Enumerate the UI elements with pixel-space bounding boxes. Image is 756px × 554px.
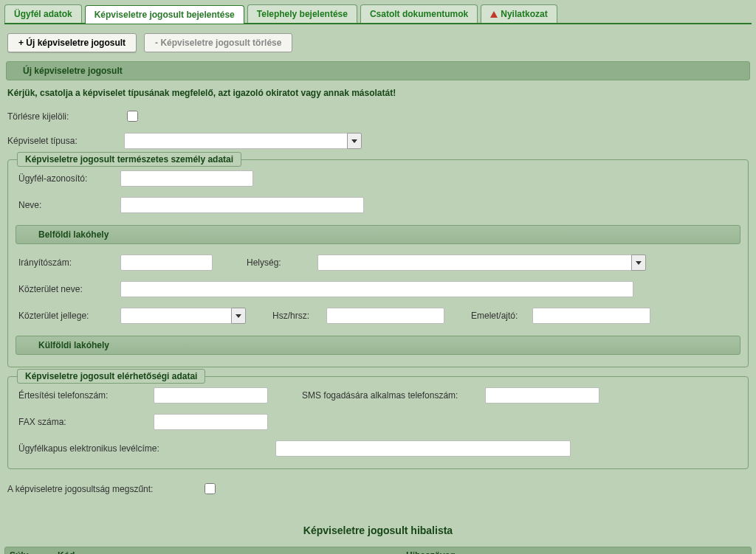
bar-kulfoldi-lakohely[interactable]: Külföldi lakóhely <box>16 336 740 355</box>
input-fax-szama[interactable] <box>154 414 268 430</box>
label-fax-szama: FAX száma: <box>18 417 148 427</box>
label-kepviselet-tipusa: Képviselet típusa: <box>7 136 118 146</box>
input-sms-telefonszam[interactable] <box>485 387 599 404</box>
input-ugyfelkapu-email[interactable] <box>275 440 571 457</box>
label-ertesitesi-telefonszam: Értesítési telefonszám: <box>18 390 148 401</box>
instruction-text: Kérjük, csatolja a képviselet típusának … <box>4 86 752 105</box>
tab-row: Ügyfél adatok Képviseletre jogosult beje… <box>4 1 752 24</box>
delete-representative-button[interactable]: - Képviseletre jogosult törlése <box>144 33 292 52</box>
label-kozterulet-jellege: Közterület jellege: <box>18 311 114 321</box>
section-header-uj-kepviseletre: Új képviseletre jogosult <box>6 61 750 80</box>
label-jogosultsag-megszunt: A képviseletre jogosultság megszűnt: <box>7 484 196 494</box>
chevron-down-icon[interactable] <box>231 308 246 324</box>
input-emelet-ajto[interactable] <box>532 308 650 324</box>
chevron-down-icon[interactable] <box>347 133 362 149</box>
input-hsz-hrsz[interactable] <box>326 308 444 324</box>
toolbar: + Új képviseletre jogosult - Képviseletr… <box>4 24 752 58</box>
col-header-kod[interactable]: Kód♦ <box>58 550 120 554</box>
tab-nyilatkozat-label: Nyilatkozat <box>501 9 547 19</box>
tab-nyilatkozat[interactable]: Nyilatkozat <box>481 4 557 23</box>
label-ugyfel-azonosito: Ügyfél-azonosító: <box>18 173 114 184</box>
tab-telephely[interactable]: Telephely bejelentése <box>247 4 357 23</box>
legend-szemely-adatai: Képviseletre jogosult természetes személ… <box>17 152 241 167</box>
checkbox-jogosultsag-megszunt[interactable] <box>205 483 216 494</box>
errorlist-header: Súly♦ Kód♦ Hibaszöveg♦ <box>4 547 752 554</box>
bar-belfoldi-lakohely[interactable]: Belföldi lakóhely <box>16 225 740 244</box>
fieldset-elerhetosegi-adatai: Képviseletre jogosult elérhetőségi adata… <box>7 376 749 469</box>
label-helyseg: Helység: <box>247 257 291 268</box>
input-ertesitesi-telefonszam[interactable] <box>154 387 268 404</box>
legend-elerhetosegi-adatai: Képviseletre jogosult elérhetőségi adata… <box>17 369 205 384</box>
label-sms-telefonszam: SMS fogadására alkalmas telefonszám: <box>302 390 479 401</box>
col-header-hibaszoveg[interactable]: Hibaszöveg♦ <box>120 550 746 554</box>
select-kepviselet-tipusa[interactable] <box>124 133 362 149</box>
tab-csatolt-dokumentumok[interactable]: Csatolt dokumentumok <box>360 4 478 23</box>
input-neve[interactable] <box>120 197 364 213</box>
add-representative-button[interactable]: + Új képviseletre jogosult <box>7 33 137 52</box>
label-neve: Neve: <box>18 200 114 210</box>
input-kozterulet-neve[interactable] <box>120 281 633 297</box>
checkbox-torlesre-kijeloli[interactable] <box>127 111 138 122</box>
tab-ugyfel-adatok[interactable]: Ügyfél adatok <box>4 4 82 23</box>
fieldset-szemely-adatai: Képviseletre jogosult természetes személ… <box>7 159 749 367</box>
errorlist-title: Képviseletre jogosult hibalista <box>4 502 752 547</box>
select-kozterulet-jellege[interactable] <box>120 308 246 324</box>
label-torlesre-kijeloli: Törlésre kijelöli: <box>7 111 118 122</box>
label-iranyitoszam: Irányítószám: <box>18 257 114 268</box>
label-emelet-ajto: Emelet/ajtó: <box>471 311 526 321</box>
input-iranyitoszam[interactable] <box>120 255 213 271</box>
select-helyseg[interactable] <box>317 255 646 271</box>
label-kozterulet-neve: Közterület neve: <box>18 284 114 294</box>
label-hsz-hrsz: Hsz/hrsz: <box>272 311 320 321</box>
col-header-suly[interactable]: Súly♦ <box>10 550 58 554</box>
tab-kepviseletre-jogosult[interactable]: Képviseletre jogosult bejelentése <box>85 5 244 24</box>
chevron-down-icon[interactable] <box>631 255 646 271</box>
label-ugyfelkapu-email: Ügyfélkapus elektronikus levélcíme: <box>18 443 269 454</box>
warning-icon <box>490 11 498 18</box>
input-ugyfel-azonosito[interactable] <box>120 170 253 187</box>
